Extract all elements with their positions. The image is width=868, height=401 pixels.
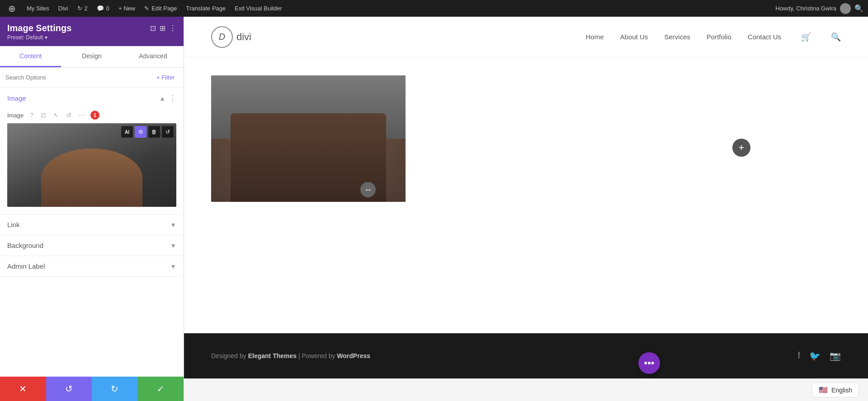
nav-services[interactable]: Services [664, 33, 690, 41]
tab-content[interactable]: Content [0, 46, 61, 67]
panel-title: Image Settings [7, 23, 71, 33]
tab-design[interactable]: Design [61, 46, 122, 67]
exit-builder-btn[interactable]: Exit Visual Builder [231, 0, 286, 17]
site-header: D divi Home About Us Services Portfolio … [184, 17, 868, 57]
instagram-icon[interactable]: 📷 [830, 350, 841, 361]
cart-icon[interactable]: 🛒 [801, 32, 811, 42]
undo-button[interactable]: ↺ [46, 377, 92, 401]
more-options-icon[interactable]: ⋮ [169, 94, 176, 103]
cancel-icon: ✕ [19, 383, 27, 394]
image-section-header[interactable]: Image ▲ ⋮ [0, 88, 184, 109]
cursor-icon[interactable]: ↖ [52, 111, 61, 120]
main-image[interactable] [211, 75, 406, 202]
resize-handle[interactable]: ↔ [360, 182, 376, 197]
exit-builder-label: Exit Visual Builder [235, 5, 282, 12]
chevron-up-icon: ▲ [159, 95, 165, 102]
logo-name: divi [236, 31, 251, 43]
search-icon[interactable]: 🔍 [854, 4, 863, 13]
divi-label: Divi [58, 5, 68, 12]
wp-logo-icon[interactable]: ⊕ [5, 0, 19, 17]
twitter-icon[interactable]: 🐦 [809, 350, 821, 361]
image-badge: 1 [90, 111, 99, 120]
more-icon[interactable]: ⋮ [169, 24, 176, 33]
image-section: Image ▲ ⋮ Image ? ⊡ ↖ ↺ ⋯ 1 [0, 88, 184, 214]
filter-button[interactable]: + Filter [153, 72, 178, 83]
more-field-icon[interactable]: ⋯ [77, 111, 87, 120]
responsive-icon[interactable]: ⊡ [150, 24, 156, 33]
right-content: D divi Home About Us Services Portfolio … [184, 17, 868, 401]
add-content-button[interactable]: + [732, 139, 750, 157]
image-field-label: Image [7, 112, 24, 119]
image-preview-container: AI ⚙ 🗑 ↺ [7, 123, 176, 207]
background-section-header[interactable]: Background ▼ [0, 235, 184, 256]
site-logo: D divi [211, 26, 251, 48]
admin-bar: ⊕ My Sites Divi ↻ 2 💬 0 + New ✎ Edit Pag… [0, 0, 868, 17]
site-nav: Home About Us Services Portfolio Contact… [586, 32, 841, 42]
nav-home[interactable]: Home [586, 33, 604, 41]
tab-advanced[interactable]: Advanced [123, 46, 184, 67]
wordpress-link[interactable]: WordPress [337, 352, 370, 359]
comments-btn[interactable]: 💬 0 [93, 0, 113, 17]
copy-icon[interactable]: ⊡ [39, 111, 48, 120]
nav-portfolio[interactable]: Portfolio [707, 33, 731, 41]
admin-chevron-icon: ▼ [170, 263, 176, 270]
columns-icon[interactable]: ⊞ [160, 24, 165, 33]
designed-by-text: Designed by [211, 352, 246, 359]
page-content: ↔ + [184, 57, 868, 333]
floating-btn-label: ••• [644, 357, 654, 369]
link-section-header[interactable]: Link ▼ [0, 214, 184, 235]
language-label: English [831, 387, 852, 394]
translate-btn[interactable]: Translate Page [183, 0, 230, 17]
admin-label-section-title: Admin Label [7, 262, 45, 270]
updates-btn[interactable]: ↻ 2 [74, 0, 91, 17]
ai-icon[interactable]: AI [121, 126, 133, 138]
powered-by-text: | Powered by [298, 352, 335, 359]
new-label: + New [118, 5, 135, 12]
save-button[interactable]: ✓ [138, 377, 184, 401]
nav-contact[interactable]: Contact Us [748, 33, 781, 41]
redo-icon: ↻ [111, 383, 118, 394]
filter-label: + Filter [156, 74, 175, 81]
panel-header-icons: ⊡ ⊞ ⋮ [150, 24, 176, 33]
flag-icon: 🇺🇸 [819, 386, 828, 394]
bottom-bar: 🇺🇸 English [184, 378, 868, 401]
panel-preset[interactable]: Preset: Default ▾ [7, 34, 71, 41]
image-control-row: Image ? ⊡ ↖ ↺ ⋯ 1 [0, 109, 184, 123]
settings-icon[interactable]: ⚙ [135, 126, 146, 138]
panel-title-block: Image Settings Preset: Default ▾ [7, 23, 71, 41]
delete-icon[interactable]: 🗑 [148, 126, 160, 138]
image-preview[interactable]: AI ⚙ 🗑 ↺ [7, 123, 176, 207]
language-selector[interactable]: 🇺🇸 English [812, 382, 859, 397]
search-area: + Filter [0, 68, 184, 88]
background-section-title: Background [7, 242, 43, 249]
redo-button[interactable]: ↻ [92, 377, 138, 401]
search-input[interactable] [5, 74, 153, 81]
edit-page-btn[interactable]: ✎ Edit Page [141, 0, 180, 17]
main-area: Image Settings Preset: Default ▾ ⊡ ⊞ ⋮ C… [0, 17, 868, 401]
undo-overlay-icon[interactable]: ↺ [162, 126, 174, 138]
nav-search-icon[interactable]: 🔍 [831, 32, 841, 42]
settings-panel: Image Settings Preset: Default ▾ ⊡ ⊞ ⋮ C… [0, 17, 184, 401]
floating-action-button[interactable]: ••• [638, 352, 660, 374]
elegant-themes-link[interactable]: Elegant Themes [248, 352, 297, 359]
social-icons: f 🐦 📷 [797, 350, 841, 361]
avatar [840, 3, 851, 14]
link-section: Link ▼ [0, 214, 184, 235]
footer-credit: Designed by Elegant Themes | Powered by … [211, 352, 370, 359]
new-btn[interactable]: + New [115, 0, 139, 17]
admin-label-section-header[interactable]: Admin Label ▼ [0, 256, 184, 276]
reset-icon[interactable]: ↺ [64, 111, 73, 120]
admin-user-info: Howdy, Christina Gwira 🔍 [775, 3, 863, 14]
updates-count: 2 [85, 5, 88, 12]
facebook-icon[interactable]: f [797, 350, 800, 361]
main-photo [211, 75, 406, 202]
comments-count: 0 [106, 5, 109, 12]
help-icon[interactable]: ? [28, 111, 35, 120]
background-chevron-icon: ▼ [170, 242, 176, 249]
divi-btn[interactable]: Divi [55, 0, 72, 17]
panel-tabs: Content Design Advanced [0, 46, 184, 68]
translate-label: Translate Page [186, 5, 226, 12]
my-sites-btn[interactable]: My Sites [23, 0, 53, 17]
cancel-button[interactable]: ✕ [0, 377, 46, 401]
nav-about[interactable]: About Us [620, 33, 648, 41]
